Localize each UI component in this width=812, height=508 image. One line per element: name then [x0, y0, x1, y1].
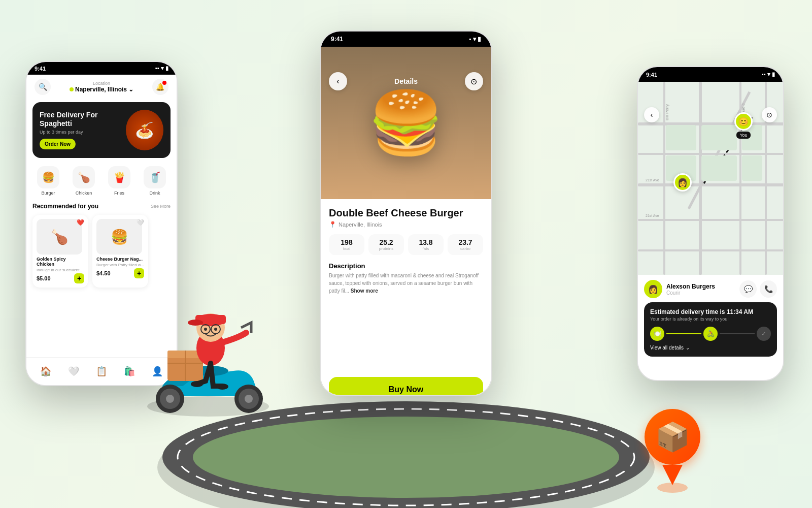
- center-nav-bar: ‹ Details ⊙: [321, 72, 491, 90]
- search-button[interactable]: 🔍: [35, 79, 51, 95]
- location-label: Location: [93, 81, 110, 86]
- promo-title: Free Delivery For Spaghetti: [40, 111, 126, 128]
- phone-right: 9:41 ▪▪ ▾ ▮: [637, 66, 784, 381]
- view-details-button[interactable]: View all details ⌄: [650, 345, 771, 351]
- map-svg: Bill Perry Avenue J 21st Ave 21st Ave: [638, 82, 783, 275]
- category-burger[interactable]: 🍔 Burger: [37, 166, 59, 196]
- delivery-time-card: Estimated delivery time is 11:34 AM Your…: [644, 302, 777, 357]
- svg-rect-23: [701, 155, 737, 181]
- step-line-2: [720, 333, 755, 334]
- food-card-0[interactable]: 🍗 ❤️ Golden Spicy Chicken Indulge in our…: [32, 215, 88, 288]
- food-price-1: $4.50: [96, 270, 111, 276]
- chevron-down-icon: ⌄: [128, 86, 133, 93]
- notification-dot: [162, 81, 166, 85]
- right-status-bar: 9:41 ▪▪ ▾ ▮: [638, 67, 783, 82]
- location-dot: [70, 87, 74, 91]
- heart-icon-0[interactable]: ❤️: [77, 219, 84, 226]
- recommended-header: Recommended for you See More: [26, 201, 177, 212]
- nav-orders-icon[interactable]: 📋: [96, 366, 107, 377]
- svg-rect-7: [638, 183, 783, 186]
- burger-image: 🍔: [368, 87, 444, 159]
- burger-icon: 🍔: [37, 166, 59, 188]
- proteins-label: proteins: [370, 246, 402, 251]
- svg-point-48: [216, 384, 228, 390]
- map-back-button[interactable]: ‹: [644, 107, 659, 122]
- pin-base: [657, 483, 688, 493]
- svg-rect-22: [701, 125, 737, 150]
- contact-buttons: 💬 📞: [739, 280, 777, 298]
- center-time: 9:41: [331, 36, 343, 43]
- svg-rect-6: [638, 153, 783, 155]
- call-button[interactable]: 📞: [760, 280, 777, 298]
- svg-rect-20: [666, 125, 696, 150]
- fries-icon: 🍟: [108, 166, 130, 188]
- chat-button[interactable]: 💬: [739, 280, 757, 298]
- category-drink[interactable]: 🥤 Drink: [144, 166, 166, 196]
- nav-favorites-icon[interactable]: 🤍: [68, 366, 79, 377]
- description-title: Description: [329, 262, 483, 270]
- food-desc-0: Indulge in our succulent G...: [37, 268, 84, 272]
- you-avatar: 😊: [734, 112, 753, 131]
- courier-avatar-map: 👩: [673, 173, 692, 192]
- you-marker: 😊 You: [734, 112, 753, 139]
- courier-details: Alexson Burgers Courir: [666, 283, 715, 296]
- view-details-label: View all details: [650, 345, 684, 351]
- drink-icon: 🥤: [144, 166, 166, 188]
- map-geo-button[interactable]: ⊙: [762, 107, 777, 122]
- chevron-icon: ⌄: [686, 345, 690, 351]
- nutrition-row: 198 kcal 25.2 proteins 13.8 fats 23.7 ca…: [329, 234, 483, 255]
- show-more-button[interactable]: Show more: [351, 288, 378, 294]
- step-order: 🍽️: [650, 327, 664, 341]
- nutrition-kcal: 198 kcal: [329, 234, 364, 255]
- map-area: Bill Perry Avenue J 21st Ave 21st Ave 😊 …: [638, 82, 783, 275]
- step-prepare: 🚴: [703, 327, 718, 341]
- svg-text:Bill Perry: Bill Perry: [665, 104, 669, 120]
- product-location: 📍 Naperville, Illinois: [329, 221, 483, 228]
- svg-rect-8: [638, 219, 783, 221]
- chicken-label: Chicken: [76, 190, 92, 196]
- categories: 🍔 Burger 🍗 Chicken 🍟 Fries 🥤 Drink: [26, 161, 177, 201]
- svg-point-29: [245, 395, 253, 403]
- delivery-time-title: Estimated delivery time is 11:34 AM: [650, 308, 771, 315]
- order-now-button[interactable]: Order Now: [40, 139, 76, 149]
- courier-picture: 👩: [644, 280, 662, 298]
- nutrition-fats: 13.8 fats: [408, 234, 444, 255]
- food-price-row-0: $5.00 +: [37, 273, 84, 283]
- svg-text:21st Ave: 21st Ave: [646, 214, 659, 217]
- heart-icon-1[interactable]: 🤍: [137, 219, 144, 226]
- food-image-0: 🍗: [37, 219, 82, 255]
- courier-info: 👩 Alexson Burgers Courir 💬 📞: [644, 280, 777, 298]
- promo-text: Free Delivery For Spaghetti Up to 3 time…: [40, 111, 126, 150]
- phone-center: 9:41 ▪ ▾ ▮ 🍔 ‹ Details ⊙ Double Beef Che…: [320, 30, 492, 396]
- chicken-icon: 🍗: [73, 166, 95, 188]
- kcal-value: 198: [331, 238, 362, 246]
- recommended-title: Recommended for you: [32, 203, 98, 210]
- center-status-bar: 9:41 ▪ ▾ ▮: [321, 31, 491, 47]
- center-icons: ▪ ▾ ▮: [469, 36, 481, 43]
- product-info: Double Beef Cheese Burger 📍 Naperville, …: [321, 199, 491, 303]
- left-header: 🔍 Location Naperville, Illinois ⌄ 🔔: [26, 75, 177, 99]
- location-pin-icon: 📍: [329, 221, 336, 228]
- step-deliver: ✓: [757, 327, 771, 341]
- location-display: Location Naperville, Illinois ⌄: [70, 81, 133, 93]
- nav-home-icon[interactable]: 🏠: [40, 366, 51, 377]
- food-image-1: 🍔: [96, 219, 142, 255]
- burger-image-area: 🍔: [321, 47, 491, 199]
- description-text: Burger with patty filled with macaroni &…: [329, 272, 483, 295]
- category-chicken[interactable]: 🍗 Chicken: [73, 166, 95, 196]
- delivery-time-sub: Your order is already on its way to you!: [650, 316, 771, 322]
- notification-button[interactable]: 🔔: [152, 79, 168, 95]
- back-button[interactable]: ‹: [329, 72, 347, 90]
- carbo-label: carbo: [450, 246, 481, 251]
- add-button-0[interactable]: +: [74, 273, 84, 283]
- fries-label: Fries: [114, 190, 124, 196]
- buy-now-button[interactable]: Buy Now: [329, 377, 483, 396]
- see-more-button[interactable]: See More: [151, 204, 171, 209]
- category-fries[interactable]: 🍟 Fries: [108, 166, 130, 196]
- settings-button[interactable]: ⊙: [465, 72, 483, 90]
- courier-marker: 👩: [673, 173, 692, 192]
- promo-image: 🍝: [126, 110, 163, 150]
- right-icons: ▪▪ ▾ ▮: [762, 71, 775, 78]
- promo-banner: Free Delivery For Spaghetti Up to 3 time…: [32, 102, 171, 158]
- svg-point-47: [214, 328, 217, 331]
